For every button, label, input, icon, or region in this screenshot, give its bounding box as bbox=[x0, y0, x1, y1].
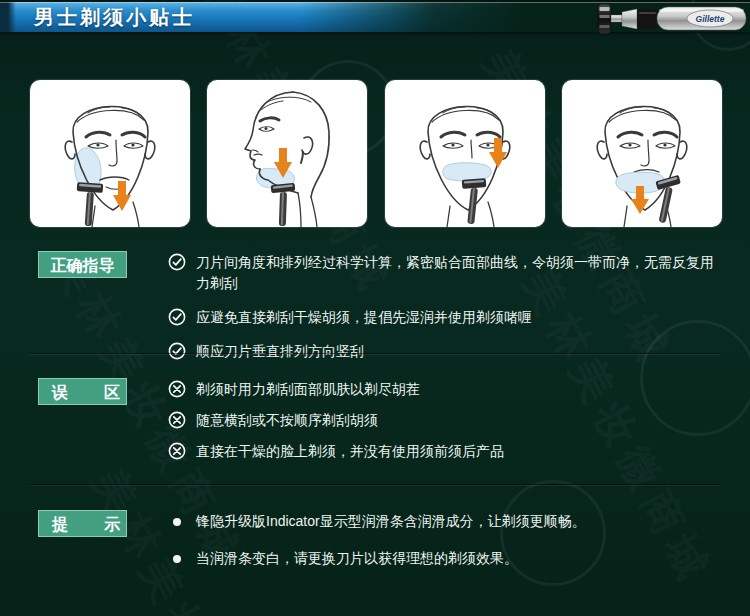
tip-text: 当润滑条变白，请更换刀片以获得理想的剃须效果。 bbox=[196, 548, 518, 569]
list-item: 剃须时用力剃刮面部肌肤以剃尽胡茬 bbox=[168, 379, 722, 400]
list-item: 应避免直接剃刮干燥胡须，提倡先湿润并使用剃须啫喱 bbox=[168, 307, 722, 328]
section-misconceptions: 误区 剃须时用力剃刮面部肌肤以剃尽胡茬 随意横刮或不按顺序剃刮胡须 直接在干燥的… bbox=[30, 377, 722, 472]
section-label-misconceptions: 误区 bbox=[38, 378, 127, 405]
bullet-icon bbox=[173, 555, 181, 563]
tip-text: 剃须时用力剃刮面部肌肤以剃尽胡茬 bbox=[196, 379, 420, 400]
razor-glyph bbox=[271, 183, 296, 226]
step-illustration-3 bbox=[385, 80, 545, 227]
tip-text: 应避免直接剃刮干燥胡须，提倡先湿润并使用剃须啫喱 bbox=[196, 307, 532, 328]
tip-text: 刀片间角度和排列经过科学计算，紧密贴合面部曲线，令胡须一带而净，无需反复用力剃刮 bbox=[196, 252, 722, 294]
list-item: 锋隐升级版Indicator显示型润滑条含润滑成分，让剃须更顺畅。 bbox=[168, 511, 722, 532]
list-item: 顺应刀片垂直排列方向竖刮 bbox=[168, 341, 722, 362]
down-arrow-icon bbox=[113, 181, 131, 211]
down-arrow-icon bbox=[489, 138, 507, 168]
illustration-panels bbox=[30, 80, 722, 227]
section-divider bbox=[30, 353, 720, 355]
check-circle-icon bbox=[168, 308, 186, 326]
list-item: 直接在干燥的脸上剃须，并没有使用须前须后产品 bbox=[168, 441, 722, 462]
cross-circle-icon bbox=[168, 411, 186, 429]
check-circle-icon bbox=[168, 342, 186, 360]
cross-circle-icon bbox=[168, 442, 186, 460]
check-circle-icon bbox=[168, 253, 186, 271]
razor-head bbox=[598, 4, 611, 34]
tip-text: 顺应刀片垂直排列方向竖刮 bbox=[196, 341, 364, 362]
step-illustration-4 bbox=[562, 80, 722, 227]
section-tips: 提示 锋隐升级版Indicator显示型润滑条含润滑成分，让剃须更顺畅。 当润滑… bbox=[30, 509, 722, 585]
brand-label: Gillette bbox=[696, 14, 725, 24]
razor-collar bbox=[622, 9, 637, 29]
page-title: 男士剃须小贴士 bbox=[34, 2, 195, 32]
section-label-tips: 提示 bbox=[38, 510, 127, 537]
shaving-foam bbox=[442, 163, 490, 181]
section-label-correct-guidance: 正确指导 bbox=[38, 251, 127, 278]
tip-text: 直接在干燥的脸上剃须，并没有使用须前须后产品 bbox=[196, 441, 504, 462]
razor-glyph bbox=[655, 175, 681, 223]
face-sketch bbox=[245, 92, 329, 227]
razor-neck bbox=[611, 15, 622, 22]
section-correct-guidance: 正确指导 刀片间角度和排列经过科学计算，紧密贴合面部曲线，令胡须一带而净，无需反… bbox=[30, 250, 722, 375]
list-item: 当润滑条变白，请更换刀片以获得理想的剃须效果。 bbox=[168, 548, 722, 569]
tip-text: 随意横刮或不按顺序剃刮胡须 bbox=[196, 410, 378, 431]
section-divider bbox=[30, 484, 720, 486]
razor-image: Gillette bbox=[596, 1, 748, 37]
cross-circle-icon bbox=[168, 380, 186, 398]
bullet-icon bbox=[173, 518, 181, 526]
tip-text: 锋隐升级版Indicator显示型润滑条含润滑成分，让剃须更顺畅。 bbox=[196, 511, 586, 532]
razor-glyph bbox=[77, 182, 104, 226]
step-illustration-2 bbox=[207, 80, 367, 227]
list-item: 刀片间角度和排列经过科学计算，紧密贴合面部曲线，令胡须一带而净，无需反复用力剃刮 bbox=[168, 252, 722, 294]
razor-glyph bbox=[461, 178, 486, 224]
step-illustration-1 bbox=[30, 80, 190, 227]
list-item: 随意横刮或不按顺序剃刮胡须 bbox=[168, 410, 722, 431]
shaving-tips-page: 美林美妆微商城 美林美妆微商城 美林美妆微商城 美林美妆微商城 美林美妆微商城 … bbox=[0, 0, 750, 616]
